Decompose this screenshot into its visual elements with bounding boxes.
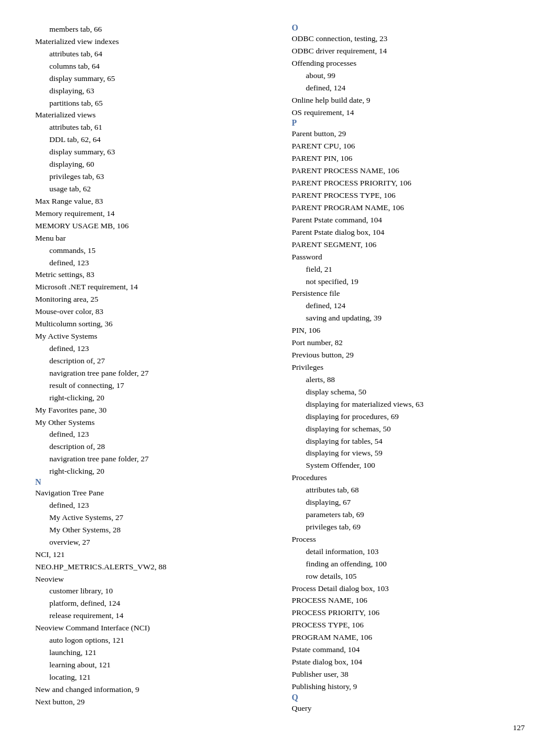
index-entry-main: Query (292, 703, 525, 715)
index-entry-sub: System Offender, 100 (292, 460, 525, 472)
page-content: members tab, 66Materialized view indexes… (0, 0, 560, 746)
index-entry-main: Publishing history, 9 (292, 681, 525, 693)
index-entry-sub: row details, 105 (292, 571, 525, 583)
index-entry-sub: right-clicking, 20 (35, 465, 268, 478)
index-entry-main: PARENT PROCESS TYPE, 106 (292, 190, 525, 202)
index-entry-main: Online help build date, 9 (292, 94, 525, 107)
index-entry-main: My Favorites pane, 30 (35, 404, 268, 417)
index-entry-main: Previous button, 29 (292, 349, 525, 362)
index-entry-main: Parent Pstate dialog box, 104 (292, 227, 525, 239)
index-entry-main: Neoview Command Interface (NCI) (35, 622, 268, 634)
index-entry-sub: description of, 28 (35, 441, 268, 453)
section-letter-n: N (35, 478, 41, 487)
index-entry-sub: defined, 123 (35, 343, 268, 355)
section-letter-q: Q (292, 693, 298, 702)
index-entry-main: PROCESS NAME, 106 (292, 595, 525, 607)
index-entry-main: PROGRAM NAME, 106 (292, 632, 525, 644)
index-entry-main: Port number, 82 (292, 337, 525, 349)
index-entry-sub: about, 99 (292, 70, 525, 82)
index-entry-sub: partitions tab, 65 (35, 97, 268, 110)
index-entry-main: ODBC driver requirement, 14 (292, 45, 525, 58)
index-entry-main: Multicolumn sorting, 36 (35, 318, 268, 330)
index-entry-sub: privileges tab, 63 (35, 171, 268, 183)
index-entry-sub: attributes tab, 61 (35, 121, 268, 134)
section-letter-p: P (292, 119, 297, 127)
index-entry-main: PIN, 106 (292, 325, 525, 337)
index-entry-main: Privileges (292, 362, 525, 374)
index-entry-main: Offending processes (292, 58, 525, 70)
index-entry-main: Next button, 29 (35, 696, 268, 708)
index-entry-main: PARENT PROGRAM NAME, 106 (292, 202, 525, 214)
index-entry-main: Memory requirement, 14 (35, 208, 268, 220)
index-entry-sub: launching, 121 (35, 647, 268, 659)
index-entry-sub: customer library, 10 (35, 585, 268, 598)
index-entry-sub: description of, 27 (35, 355, 268, 367)
index-entry-main: Mouse-over color, 83 (35, 306, 268, 318)
index-entry-main: Max Range value, 83 (35, 195, 268, 208)
index-entry-main: PARENT PROCESS PRIORITY, 106 (292, 177, 525, 190)
index-entry-main: PARENT CPU, 106 (292, 140, 525, 153)
index-entry-main: PARENT SEGMENT, 106 (292, 239, 525, 251)
left-column: members tab, 66Materialized view indexes… (35, 23, 268, 715)
index-entry-sub: defined, 123 (35, 499, 268, 512)
index-entry-sub: overview, 27 (35, 536, 268, 549)
index-entry-sub: defined, 123 (35, 428, 268, 441)
index-entry-sub: display summary, 65 (35, 73, 268, 85)
index-entry-sub: not specified, 19 (292, 276, 525, 288)
index-entry-main: Pstate dialog box, 104 (292, 656, 525, 669)
index-entry-sub: parameters tab, 69 (292, 509, 525, 521)
index-entry-main: Navigation Tree Pane (35, 487, 268, 499)
index-entry-sub: auto logon options, 121 (35, 634, 268, 647)
index-entry-main: NCI, 121 (35, 549, 268, 561)
index-entry-main: Password (292, 251, 525, 264)
index-entry-main: Publisher user, 38 (292, 669, 525, 681)
index-entry-sub: My Other Systems, 28 (35, 524, 268, 536)
index-entry-sub: alerts, 88 (292, 374, 525, 386)
index-entry-sub: displaying for materialized views, 63 (292, 399, 525, 411)
index-entry-sub: columns tab, 64 (35, 60, 268, 73)
index-entry-sub: displaying for procedures, 69 (292, 411, 525, 423)
index-entry-sub: display summary, 63 (35, 146, 268, 158)
index-entry-sub: display schema, 50 (292, 386, 525, 399)
index-entry-sub: DDL tab, 62, 64 (35, 134, 268, 146)
index-entry-sub: usage tab, 62 (35, 183, 268, 195)
index-entry-sub: detail information, 103 (292, 546, 525, 558)
index-entry-sub: attributes tab, 64 (35, 48, 268, 60)
index-entry-sub: displaying, 60 (35, 158, 268, 171)
index-entry-sub: navigration tree pane folder, 27 (35, 453, 268, 465)
index-entry-main: New and changed information, 9 (35, 684, 268, 696)
index-entry-main: Menu bar (35, 232, 268, 245)
index-entry-main: Persistence file (292, 288, 525, 300)
index-entry-sub: displaying, 67 (292, 497, 525, 509)
index-entry-sub: members tab, 66 (35, 23, 268, 36)
index-entry-main: Microsoft .NET requirement, 14 (35, 281, 268, 293)
index-entry-sub: defined, 124 (292, 300, 525, 312)
index-entry-sub: commands, 15 (35, 245, 268, 257)
index-entry-sub: platform, defined, 124 (35, 598, 268, 610)
index-entry-main: Materialized views (35, 109, 268, 121)
index-entry-sub: privileges tab, 69 (292, 521, 525, 534)
index-entry-main: Neoview (35, 573, 268, 586)
index-entry-sub: displaying for schemas, 50 (292, 423, 525, 436)
index-entry-main: My Other Systems (35, 417, 268, 429)
index-entry-main: Procedures (292, 472, 525, 484)
index-entry-main: NEO.HP_METRICS.ALERTS_VW2, 88 (35, 561, 268, 573)
index-entry-sub: result of connecting, 17 (35, 380, 268, 392)
right-column: OODBC connection, testing, 23ODBC driver… (292, 23, 525, 715)
index-entry-sub: displaying for views, 59 (292, 447, 525, 460)
index-entry-main: Metric settings, 83 (35, 269, 268, 281)
index-entry-sub: right-clicking, 20 (35, 392, 268, 404)
index-entry-main: ODBC connection, testing, 23 (292, 33, 525, 45)
index-entry-sub: displaying, 63 (35, 85, 268, 97)
index-entry-main: PARENT PROCESS NAME, 106 (292, 165, 525, 177)
index-entry-main: Parent Pstate command, 104 (292, 214, 525, 227)
index-entry-main: Pstate command, 104 (292, 644, 525, 656)
index-entry-main: My Active Systems (35, 330, 268, 343)
index-entry-sub: My Active Systems, 27 (35, 512, 268, 524)
index-entry-main: Materialized view indexes (35, 36, 268, 48)
index-entry-main: Monitoring area, 25 (35, 293, 268, 306)
index-entry-main: Parent button, 29 (292, 128, 525, 140)
index-entry-sub: defined, 124 (292, 82, 525, 94)
index-entry-main: Process Detail dialog box, 103 (292, 583, 525, 595)
index-entry-main: PROCESS TYPE, 106 (292, 619, 525, 632)
